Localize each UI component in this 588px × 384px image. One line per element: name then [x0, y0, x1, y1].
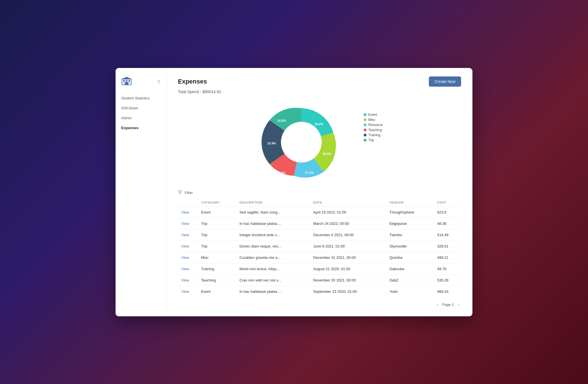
legend-dot-event — [364, 113, 367, 116]
table-row: View Misc Curabitur gravida nisi a... De… — [178, 252, 461, 263]
table-row: View Event Sed sagittis. Nam cong... Apr… — [178, 206, 461, 218]
cell-category: Training — [198, 263, 236, 274]
sidebar-item-admin[interactable]: Admin — [116, 113, 166, 123]
col-vendor: Vendor — [386, 199, 434, 207]
cell-cost: 823.6 — [434, 206, 461, 218]
app-container: ⠿ Student Statistics Drill-Down Admin Ex… — [116, 68, 472, 316]
cell-cost: 499.21 — [434, 252, 461, 263]
prev-page-button[interactable]: ‹ — [435, 302, 440, 308]
cell-description: In hac habitasse platea ... — [236, 286, 310, 297]
label-event: 18.2% — [315, 122, 323, 126]
cell-date: June 8 2021, 01:00 — [310, 240, 386, 252]
label-resource: 17.1% — [305, 171, 314, 174]
view-link[interactable]: View — [181, 255, 189, 260]
page-label: Page 1 — [442, 302, 454, 307]
cell-description: Cras non velit nec nisi v... — [236, 274, 310, 286]
view-link[interactable]: View — [181, 233, 189, 237]
view-link[interactable]: View — [181, 210, 189, 214]
grid-icon[interactable]: ⠿ — [157, 79, 161, 85]
svg-rect-3 — [129, 80, 130, 82]
cell-description: Sed sagittis. Nam cong... — [236, 206, 310, 218]
view-link[interactable]: View — [181, 244, 189, 248]
expenses-table: Category Description Date Vendor Cost Vi… — [178, 199, 461, 297]
legend-dot-training — [364, 134, 367, 136]
view-link[interactable]: View — [181, 278, 189, 282]
legend-label-misc: Misc — [368, 118, 375, 122]
cell-vendor: DabZ — [386, 274, 434, 286]
legend-dot-trip — [364, 139, 367, 142]
pagination: ‹ Page 1 › — [178, 302, 461, 308]
cell-vendor: Gabcube — [386, 263, 434, 274]
svg-marker-5 — [122, 77, 132, 79]
table-header-row: Category Description Date Vendor Cost — [178, 199, 461, 207]
cell-cost: 48.78 — [434, 263, 461, 274]
view-link[interactable]: View — [181, 221, 189, 226]
sidebar-item-drill-down[interactable]: Drill-Down — [116, 103, 166, 113]
legend-item-misc: Misc — [364, 118, 383, 122]
filter-label: Filter — [185, 191, 193, 195]
legend-item-teaching: Teaching — [364, 128, 383, 132]
sidebar-nav: Student Statistics Drill-Down Admin Expe… — [116, 93, 166, 133]
donut-hole — [281, 122, 322, 163]
cell-description: Donec diam neque, ves... — [236, 240, 310, 252]
view-link[interactable]: View — [181, 289, 189, 294]
col-category: Category — [198, 199, 236, 207]
total-spend: Total Spend - $80014.92 — [178, 89, 461, 94]
create-new-button[interactable]: Create New — [429, 76, 461, 87]
table-row: View Trip Donec diam neque, ves... June … — [178, 240, 461, 252]
table-row: View Trip Integer tincidunt ante v... De… — [178, 229, 461, 240]
cell-category: Teaching — [198, 274, 236, 286]
legend-item-trip: Trip — [364, 138, 383, 142]
table-row: View Event In hac habitasse platea ... S… — [178, 286, 461, 297]
next-page-button[interactable]: › — [456, 302, 461, 308]
cell-date: November 20 2021, 00:00 — [310, 274, 386, 286]
cell-vendor: Skynoodle — [386, 240, 434, 252]
cell-date: December 4 2021, 00:00 — [310, 229, 386, 240]
cell-description: Integer tincidunt ante v... — [236, 229, 310, 240]
sidebar-item-expenses[interactable]: Expenses — [116, 123, 166, 133]
col-description: Description — [236, 199, 310, 207]
filter-row[interactable]: Filter — [178, 190, 461, 195]
label-training: 15.9% — [267, 142, 276, 145]
label-teaching: 17.6% — [277, 171, 286, 174]
legend-dot-resource — [364, 123, 367, 126]
cell-vendor: Thoughtsphere — [386, 206, 434, 218]
legend-item-resource: Resource — [364, 123, 383, 127]
chart-section: 18.2% 18.3% 17.1% 17.6% 15.9% 14.9% — [178, 103, 461, 182]
cell-cost: 514.49 — [434, 229, 461, 240]
svg-rect-4 — [125, 82, 128, 85]
cell-cost: 328.01 — [434, 240, 461, 252]
table-row: View Teaching Cras non velit nec nisi v.… — [178, 274, 461, 286]
cell-vendor: Yodo — [386, 286, 434, 297]
legend-dot-teaching — [364, 129, 367, 131]
cell-date: April 19 2022, 01:00 — [310, 206, 386, 218]
legend-item-training: Training — [364, 133, 383, 137]
cell-category: Event — [198, 286, 236, 297]
page-title: Expenses — [178, 78, 207, 85]
table-row: View Training Morbi non lectus. Aliqu...… — [178, 263, 461, 274]
main-content: Expenses Create New Total Spend - $80014… — [167, 68, 472, 316]
cell-description: Curabitur gravida nisi a... — [236, 252, 310, 263]
donut-chart: 18.2% 18.3% 17.1% 17.6% 15.9% 14.9% — [256, 103, 347, 182]
table-row: View Trip In hac habitasse platea ... Ma… — [178, 218, 461, 229]
cell-cost: 535.28 — [434, 274, 461, 286]
cell-date: December 31 2021, 00:00 — [310, 252, 386, 263]
svg-rect-2 — [126, 80, 127, 82]
cell-date: September 23 2020, 01:00 — [310, 286, 386, 297]
cell-vendor: Edgepulse — [386, 218, 434, 229]
view-link[interactable]: View — [181, 267, 189, 271]
sidebar: ⠿ Student Statistics Drill-Down Admin Ex… — [116, 68, 167, 316]
filter-icon — [178, 190, 182, 195]
cell-category: Trip — [198, 229, 236, 240]
cell-description: Morbi non lectus. Aliqu... — [236, 263, 310, 274]
cell-category: Event — [198, 206, 236, 218]
sidebar-item-student-statistics[interactable]: Student Statistics — [116, 93, 166, 103]
label-trip: 14.9% — [277, 119, 286, 122]
col-action — [178, 199, 198, 207]
legend-item-event: Event — [364, 113, 383, 117]
chart-legend: Event Misc Resource Teaching Training — [364, 113, 383, 142]
legend-label-trip: Trip — [368, 138, 374, 142]
cell-category: Trip — [198, 218, 236, 229]
col-date: Date — [310, 199, 386, 207]
cell-category: Trip — [198, 240, 236, 252]
